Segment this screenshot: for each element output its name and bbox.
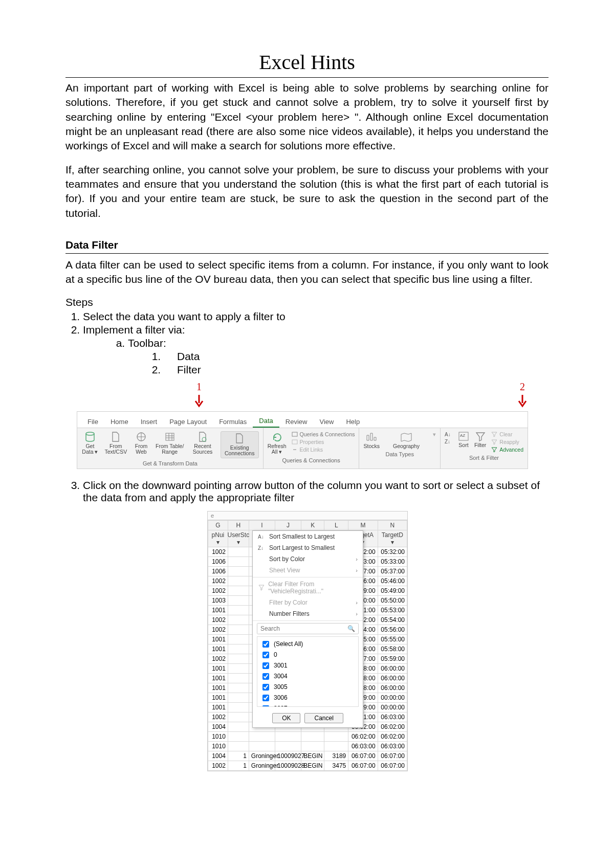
cell[interactable]: 1002 bbox=[208, 625, 228, 634]
cell[interactable]: 06:02:00 bbox=[378, 722, 407, 731]
cell[interactable]: 3475 bbox=[324, 761, 348, 770]
cell[interactable]: 06:03:00 bbox=[378, 741, 407, 751]
checkbox[interactable] bbox=[262, 705, 269, 707]
cell[interactable]: 06:07:00 bbox=[348, 751, 378, 761]
tab-view[interactable]: View bbox=[313, 416, 340, 428]
existing-connections-button[interactable]: Existing Connections bbox=[221, 431, 259, 458]
cell[interactable]: 05:49:00 bbox=[378, 586, 407, 595]
cell[interactable]: 06:07:00 bbox=[378, 761, 407, 770]
filter-value-checkbox[interactable]: 3001 bbox=[260, 660, 355, 671]
cell[interactable] bbox=[228, 683, 249, 693]
cell[interactable]: 06:03:00 bbox=[378, 712, 407, 722]
cell[interactable]: 1 bbox=[228, 761, 249, 770]
cell[interactable]: 06:02:00 bbox=[378, 731, 407, 741]
cell[interactable]: 1006 bbox=[208, 557, 228, 566]
cell[interactable]: 05:58:00 bbox=[378, 644, 407, 654]
cell[interactable] bbox=[228, 741, 249, 751]
checkbox[interactable] bbox=[262, 673, 269, 680]
cell[interactable] bbox=[249, 731, 275, 741]
from-table-button[interactable]: From Table/ Range bbox=[155, 431, 185, 455]
tab-home[interactable]: Home bbox=[104, 416, 135, 428]
advanced-filter-button[interactable]: Advanced bbox=[491, 447, 523, 453]
tab-help[interactable]: Help bbox=[340, 416, 366, 428]
filter-button[interactable]: Filter bbox=[474, 431, 486, 449]
cell[interactable]: 1001 bbox=[208, 702, 228, 712]
cell[interactable] bbox=[228, 586, 249, 595]
cell[interactable]: 1001 bbox=[208, 673, 228, 683]
cell[interactable]: 05:54:00 bbox=[378, 615, 407, 625]
edit-links-button[interactable]: Edit Links bbox=[292, 447, 355, 453]
checkbox[interactable] bbox=[262, 652, 269, 658]
get-data-button[interactable]: Get Data ▾ bbox=[81, 431, 99, 455]
tab-file[interactable]: File bbox=[81, 416, 104, 428]
cell[interactable]: Groninger bbox=[249, 751, 275, 761]
from-web-button[interactable]: From Web bbox=[133, 431, 149, 455]
cell[interactable]: 06:07:00 bbox=[378, 751, 407, 761]
tab-review[interactable]: Review bbox=[279, 416, 314, 428]
cell[interactable]: Groninger bbox=[249, 761, 275, 770]
cell[interactable] bbox=[228, 634, 249, 644]
cell[interactable]: 05:50:00 bbox=[378, 595, 407, 605]
cell[interactable] bbox=[228, 712, 249, 722]
cell[interactable]: 00:00:00 bbox=[378, 702, 407, 712]
clear-filter-button[interactable]: Clear bbox=[491, 431, 523, 437]
cell[interactable]: 1010 bbox=[208, 741, 228, 751]
cell[interactable]: 05:56:00 bbox=[378, 625, 407, 634]
cell[interactable]: 3189 bbox=[324, 751, 348, 761]
cell[interactable] bbox=[228, 557, 249, 566]
checkbox[interactable] bbox=[262, 662, 269, 669]
cell[interactable]: 06:00:00 bbox=[378, 663, 407, 673]
cell[interactable]: 1001 bbox=[208, 644, 228, 654]
filter-value-checkbox[interactable]: 3007 bbox=[260, 703, 355, 707]
cell[interactable]: 1010 bbox=[208, 731, 228, 741]
cell[interactable]: 1002 bbox=[208, 586, 228, 595]
filter-value-checkbox[interactable]: 3006 bbox=[260, 693, 355, 703]
filter-search-input[interactable] bbox=[257, 624, 344, 634]
cell[interactable]: 05:32:00 bbox=[378, 547, 407, 557]
column-letter[interactable]: L bbox=[324, 520, 348, 530]
cell[interactable]: 1002 bbox=[208, 547, 228, 557]
column-letter[interactable]: I bbox=[249, 520, 275, 530]
cell[interactable]: 10009027 bbox=[275, 751, 301, 761]
cell[interactable]: 1002 bbox=[208, 712, 228, 722]
cell[interactable]: 1001 bbox=[208, 693, 228, 702]
sort-za-button[interactable]: Z↓ bbox=[445, 438, 453, 444]
sort-az-button[interactable]: A↓ bbox=[445, 431, 453, 437]
filter-search-box[interactable]: 🔍 bbox=[257, 623, 359, 634]
tab-insert[interactable]: Insert bbox=[135, 416, 164, 428]
column-header[interactable]: pNui ▾ bbox=[208, 530, 228, 547]
cell[interactable] bbox=[228, 673, 249, 683]
cell[interactable]: 06:00:00 bbox=[378, 683, 407, 693]
cancel-button[interactable]: Cancel bbox=[304, 713, 343, 723]
stocks-button[interactable]: Stocks bbox=[363, 431, 380, 450]
tab-formulas[interactable]: Formulas bbox=[213, 416, 253, 428]
cell[interactable]: 06:00:00 bbox=[378, 673, 407, 683]
cell[interactable]: 1002 bbox=[208, 654, 228, 663]
cell[interactable]: 05:46:00 bbox=[378, 576, 407, 586]
cell[interactable]: 05:53:00 bbox=[378, 605, 407, 615]
cell[interactable] bbox=[228, 547, 249, 557]
cell[interactable] bbox=[275, 731, 301, 741]
formula-bar[interactable]: e bbox=[208, 511, 407, 520]
cell[interactable]: 1003 bbox=[208, 595, 228, 605]
checkbox[interactable] bbox=[262, 695, 269, 701]
cell[interactable] bbox=[228, 576, 249, 586]
cell[interactable] bbox=[228, 693, 249, 702]
filter-value-checkbox[interactable]: 3005 bbox=[260, 682, 355, 693]
queries-connections-button[interactable]: Queries & Connections bbox=[292, 431, 355, 437]
cell[interactable]: 06:03:00 bbox=[348, 741, 378, 751]
filter-value-checkbox[interactable]: (Select All) bbox=[260, 639, 355, 650]
cell[interactable] bbox=[228, 644, 249, 654]
filter-values-list[interactable]: (Select All) 0 3001 3004 3005 3006 3007 … bbox=[257, 636, 359, 707]
from-csv-button[interactable]: From Text/CSV bbox=[104, 431, 128, 455]
cell[interactable]: 00:00:00 bbox=[378, 693, 407, 702]
cell[interactable]: 06:07:00 bbox=[348, 761, 378, 770]
cell[interactable] bbox=[324, 731, 348, 741]
cell[interactable] bbox=[275, 741, 301, 751]
cell[interactable]: 1002 bbox=[208, 761, 228, 770]
cell[interactable] bbox=[249, 741, 275, 751]
cell[interactable]: 10009028 bbox=[275, 761, 301, 770]
refresh-all-button[interactable]: Refresh All ▾ bbox=[268, 431, 287, 455]
cell[interactable] bbox=[324, 741, 348, 751]
filter-value-checkbox[interactable]: 0 bbox=[260, 650, 355, 660]
